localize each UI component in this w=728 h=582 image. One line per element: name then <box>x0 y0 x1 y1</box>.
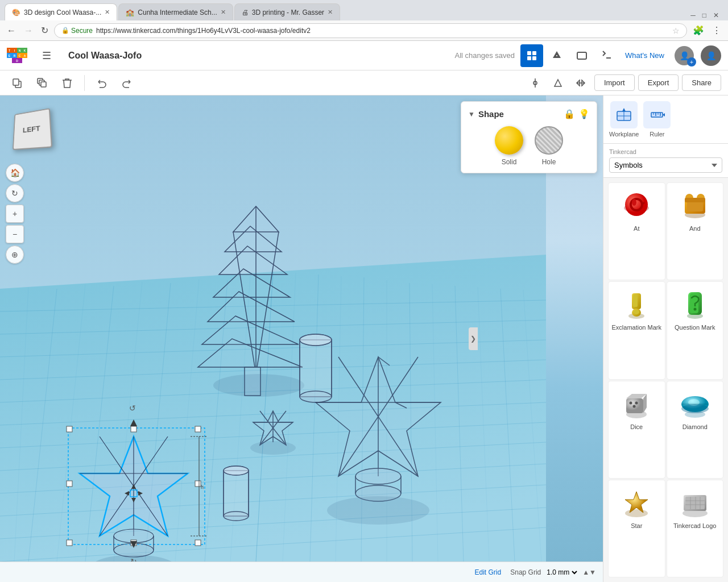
svg-marker-154 <box>626 394 647 398</box>
snap-grid-down-icon[interactable]: ▲▼ <box>582 568 596 576</box>
tab-1-favicon: 🎨 <box>12 9 20 16</box>
menu-btn[interactable]: ⋮ <box>710 24 723 37</box>
snap-grid-label: Snap Grid <box>510 568 541 576</box>
build-mode-btn[interactable] <box>545 44 568 67</box>
address-bar: ← → ↻ 🔒 Secure https://www.tinkercad.com… <box>0 20 728 41</box>
tinkercad-logo[interactable]: T I N K E R C A D <box>7 48 27 63</box>
add-user-btn[interactable]: + <box>687 57 696 66</box>
codeblocks-btn[interactable] <box>595 44 618 67</box>
delete-btn[interactable] <box>57 73 77 93</box>
home-btn[interactable]: 🏠 <box>6 164 24 182</box>
bottom-bar: Edit Grid Snap Grid 1.0 mm ▲▼ <box>0 562 603 582</box>
menu-icon[interactable]: ☰ <box>35 44 58 67</box>
shape-item-star[interactable]: Star <box>608 480 665 577</box>
svg-rect-139 <box>687 201 703 211</box>
logo-cell-i: I <box>12 48 17 53</box>
svg-text:↻: ↻ <box>130 557 137 562</box>
add-user-container: 👤 + <box>675 46 694 65</box>
shape-item-exclamation[interactable]: Exclamation Mark <box>608 281 665 379</box>
import-btn[interactable]: Import <box>594 74 635 91</box>
tab-1[interactable]: 🎨 3D design Cool Waasa-... ✕ <box>5 3 117 20</box>
svg-point-157 <box>635 401 638 404</box>
hole-option[interactable]: Hole <box>535 126 563 166</box>
bookmark-icon[interactable]: ☆ <box>672 26 680 35</box>
svg-point-77 <box>224 466 249 475</box>
viewport[interactable]: ↺ ↻ h LE <box>0 95 603 582</box>
zoom-in-btn[interactable]: + <box>6 205 24 223</box>
toolbar-right: Import Export Share <box>525 73 721 93</box>
url-box[interactable]: 🔒 Secure https://www.tinkercad.com/thing… <box>54 23 687 38</box>
sidebar-collapse-handle[interactable]: ❯ <box>469 327 478 350</box>
minimize-btn[interactable]: ─ <box>688 10 698 20</box>
tab-2-favicon: 🏫 <box>126 9 134 16</box>
3d-view-btn[interactable] <box>520 44 543 67</box>
shape-question-label: Question Mark <box>675 324 715 331</box>
toolbar: Import Export Share <box>0 70 728 95</box>
extensions-btn[interactable]: 🧩 <box>690 24 706 37</box>
share-btn[interactable]: Share <box>682 74 721 91</box>
svg-text:↺: ↺ <box>129 404 136 413</box>
toolbar-sep-1 <box>84 75 85 91</box>
tab-3-close[interactable]: ✕ <box>328 9 333 16</box>
hole-label: Hole <box>542 158 556 166</box>
svg-point-65 <box>300 334 332 346</box>
snap-grid-select[interactable]: 1.0 mm <box>544 568 579 577</box>
url-text: https://www.tinkercad.com/things/1Ho6y4L… <box>96 27 669 35</box>
shape-item-and[interactable]: And <box>667 182 724 280</box>
shape-panel-header: ▼ Shape 🔒 💡 <box>468 109 590 119</box>
svg-point-164 <box>625 509 648 517</box>
shape-item-tclogo[interactable]: Tinkercad Logo <box>667 480 724 577</box>
align-left-btn[interactable] <box>525 73 545 93</box>
ruler-tool[interactable]: Ruler <box>643 101 671 138</box>
redo-btn[interactable] <box>117 73 137 93</box>
light-icon[interactable]: 💡 <box>578 109 590 119</box>
tab-2-close[interactable]: ✕ <box>221 9 226 16</box>
shape-panel-title: ▼ Shape <box>468 109 504 119</box>
shape-item-at[interactable]: At <box>608 182 665 280</box>
duplicate-btn[interactable] <box>32 73 52 93</box>
restore-btn[interactable]: □ <box>700 10 709 20</box>
shape-item-question[interactable]: Question Mark <box>667 281 724 379</box>
orbit-btn[interactable]: ↻ <box>6 184 24 202</box>
whats-new-btn[interactable]: What's New <box>621 51 669 60</box>
forward-btn[interactable]: → <box>22 24 35 37</box>
shape-star-preview <box>619 486 653 520</box>
tab-2-title: Cunha Intermediate Sch... <box>138 9 217 16</box>
copy-btn[interactable] <box>7 73 27 93</box>
workplane-tool[interactable]: Workplane <box>609 101 639 138</box>
export-btn[interactable]: Export <box>638 74 679 91</box>
svg-rect-169 <box>685 497 705 509</box>
svg-rect-3 <box>532 56 536 60</box>
solid-option[interactable]: Solid <box>495 126 523 166</box>
tab-2[interactable]: 🏫 Cunha Intermediate Sch... ✕ <box>118 3 233 20</box>
tab-1-close[interactable]: ✕ <box>105 9 110 16</box>
svg-text:h: h <box>201 484 204 490</box>
svg-rect-4 <box>577 52 586 59</box>
solid-label: Solid <box>502 158 517 166</box>
shape-item-dice[interactable]: Dice <box>608 381 665 479</box>
svg-rect-0 <box>527 51 531 55</box>
undo-btn[interactable] <box>92 73 112 93</box>
shape-item-diamond[interactable]: Diamond <box>667 381 724 479</box>
profile-avatar[interactable]: 👤 <box>701 45 721 66</box>
back-btn[interactable]: ← <box>5 24 18 37</box>
svg-point-133 <box>625 193 648 216</box>
cube-face-left[interactable]: LEFT <box>13 108 52 150</box>
align-top-btn[interactable] <box>548 73 568 93</box>
svg-rect-126 <box>651 113 663 117</box>
close-btn[interactable]: ✕ <box>711 10 721 20</box>
zoom-fit-btn[interactable]: ⊕ <box>6 246 24 264</box>
reload-btn[interactable]: ↻ <box>39 24 51 37</box>
view-cube[interactable]: LEFT <box>11 109 57 155</box>
shape-panel-collapse[interactable]: ▼ <box>468 110 475 118</box>
zoom-out-btn[interactable]: − <box>6 225 24 243</box>
flip-btn[interactable] <box>570 73 591 93</box>
header-icons: What's New <box>520 44 669 67</box>
simulation-btn[interactable] <box>570 44 593 67</box>
tab-3[interactable]: 🖨 3D printing - Mr. Gasser ✕ <box>234 3 340 20</box>
category-select[interactable]: Symbols <box>609 157 722 173</box>
svg-rect-2 <box>527 56 531 60</box>
edit-grid-btn[interactable]: Edit Grid <box>475 568 502 576</box>
lock-shape-icon[interactable]: 🔒 <box>564 109 575 119</box>
logo-cell-k: K <box>22 48 27 53</box>
